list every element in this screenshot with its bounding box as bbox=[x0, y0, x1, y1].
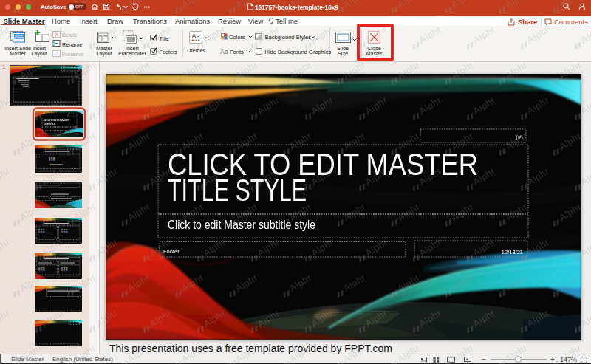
svg-text:TITLE STYLE: TITLE STYLE bbox=[44, 122, 56, 126]
svg-text:(#): (#) bbox=[516, 134, 523, 140]
svg-text:Click to edit Master subtitle: Click to edit Master subtitle style bbox=[168, 219, 315, 231]
svg-text:Aa: Aa bbox=[191, 32, 199, 40]
svg-text:Footer: Footer bbox=[163, 248, 180, 255]
svg-text:12/13/21: 12/13/21 bbox=[502, 249, 523, 255]
svg-text:TITLE STYLE: TITLE STYLE bbox=[168, 173, 307, 207]
